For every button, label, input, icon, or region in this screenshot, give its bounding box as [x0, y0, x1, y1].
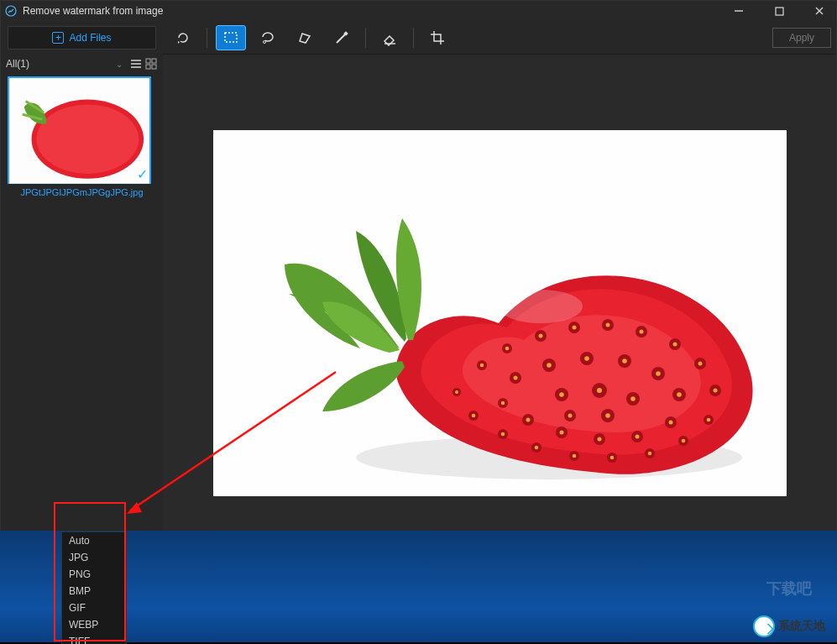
undo-button[interactable]: [168, 25, 198, 50]
svg-point-82: [597, 437, 601, 441]
svg-point-72: [471, 413, 475, 417]
svg-point-90: [568, 413, 572, 417]
polygon-tool[interactable]: [290, 25, 320, 50]
plus-icon: +: [52, 32, 64, 44]
format-option[interactable]: PNG: [62, 566, 126, 583]
workarea: Apply: [163, 21, 836, 606]
svg-point-80: [668, 420, 672, 424]
apply-button[interactable]: Apply: [772, 28, 831, 48]
check-icon: ✓: [137, 166, 148, 182]
svg-point-60: [605, 322, 609, 327]
svg-point-79: [677, 392, 682, 397]
svg-point-81: [635, 434, 639, 438]
add-files-label: Add Files: [69, 32, 111, 44]
site-watermark: 系统天地: [753, 609, 837, 644]
add-files-button[interactable]: + Add Files: [8, 26, 156, 50]
svg-rect-11: [152, 65, 156, 69]
svg-point-16: [264, 40, 266, 43]
svg-point-58: [538, 333, 542, 338]
eraser-tool[interactable]: [374, 25, 405, 50]
svg-rect-7: [131, 66, 141, 68]
svg-point-59: [572, 325, 576, 329]
svg-point-66: [681, 438, 685, 442]
svg-rect-2: [776, 8, 783, 15]
rectangle-select-tool[interactable]: [216, 25, 246, 50]
format-dropdown: Auto JPG PNG BMP GIF WEBP TIFF: [61, 531, 127, 644]
svg-point-74: [513, 375, 517, 380]
watermark-text: 下载吧: [766, 579, 812, 599]
svg-point-14: [36, 104, 139, 174]
crop-tool[interactable]: [422, 25, 453, 50]
svg-rect-9: [152, 59, 156, 63]
svg-rect-15: [225, 33, 237, 42]
svg-point-57: [505, 346, 509, 350]
svg-point-91: [499, 290, 583, 323]
svg-point-73: [455, 390, 458, 394]
svg-point-62: [672, 342, 677, 346]
toolbar: Apply: [163, 21, 836, 55]
svg-point-69: [572, 453, 576, 458]
window-controls: [729, 3, 833, 19]
svg-rect-5: [131, 60, 141, 61]
svg-point-68: [609, 455, 614, 459]
maximize-button[interactable]: [769, 3, 789, 19]
svg-point-89: [605, 413, 610, 418]
svg-rect-6: [131, 63, 141, 65]
svg-point-64: [713, 388, 717, 392]
thumbnail-filename: JPGtJPGIJPGmJPGgJPG.jpg: [6, 187, 158, 197]
svg-point-63: [698, 361, 702, 365]
format-option[interactable]: BMP: [62, 583, 126, 599]
svg-rect-10: [146, 65, 150, 69]
svg-point-88: [630, 396, 636, 401]
svg-point-85: [500, 401, 505, 405]
globe-icon: [753, 615, 775, 637]
chevron-down-icon: ⌄: [116, 60, 128, 69]
grid-view-icon[interactable]: [144, 57, 158, 71]
svg-point-76: [584, 356, 589, 361]
close-button[interactable]: [809, 3, 829, 19]
svg-point-67: [647, 451, 651, 455]
svg-point-78: [656, 371, 661, 376]
svg-point-87: [597, 388, 602, 393]
svg-point-61: [639, 329, 643, 333]
format-option[interactable]: GIF: [62, 599, 126, 616]
svg-point-84: [526, 417, 530, 421]
titlebar: Remove watermark from image: [1, 1, 836, 21]
app-logo-icon: [4, 4, 18, 18]
format-option[interactable]: Auto: [62, 532, 126, 549]
format-option[interactable]: TIFF: [62, 633, 126, 644]
svg-point-83: [559, 430, 563, 434]
file-thumbnail[interactable]: ✓: [8, 76, 151, 184]
minimize-button[interactable]: [729, 3, 749, 19]
file-filter-select[interactable]: All(1) ⌄: [6, 58, 128, 70]
svg-point-65: [706, 417, 710, 421]
canvas-image: [213, 130, 787, 496]
svg-point-71: [500, 432, 505, 436]
svg-point-0: [6, 6, 16, 16]
format-option[interactable]: WEBP: [62, 616, 126, 633]
list-view-icon[interactable]: [129, 57, 143, 71]
sidebar: + Add Files All(1) ⌄ ✓: [1, 21, 163, 606]
svg-point-56: [479, 363, 484, 367]
svg-point-77: [622, 359, 627, 364]
lasso-tool[interactable]: [253, 25, 283, 50]
brush-tool[interactable]: [327, 25, 357, 50]
canvas[interactable]: [163, 55, 836, 571]
window-title: Remove watermark from image: [23, 5, 729, 17]
file-filter-row: All(1) ⌄: [1, 55, 163, 73]
svg-rect-8: [146, 59, 150, 63]
svg-point-86: [559, 392, 564, 397]
svg-point-75: [547, 363, 552, 368]
format-option[interactable]: JPG: [62, 549, 126, 566]
svg-point-70: [534, 445, 538, 449]
